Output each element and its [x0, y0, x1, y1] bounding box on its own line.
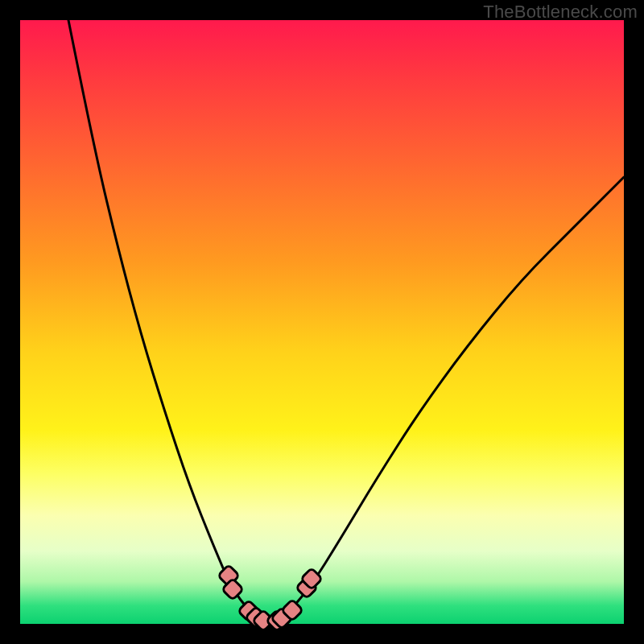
plot-area: [20, 20, 624, 624]
watermark-text: TheBottleneck.com: [483, 2, 638, 23]
chart-frame: TheBottleneck.com: [0, 0, 644, 644]
bottleneck-curve: [20, 20, 624, 624]
